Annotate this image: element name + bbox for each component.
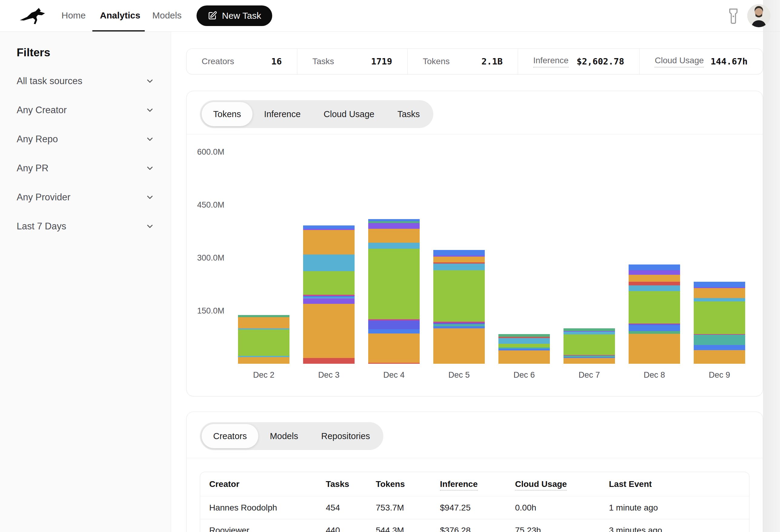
- bar-segment-orange: [368, 333, 420, 363]
- bar-segment-orange: [433, 328, 485, 364]
- bar-segment-blue: [629, 264, 680, 270]
- bar-stack: [303, 225, 354, 364]
- chevron-down-icon: [145, 106, 154, 115]
- bar-segment-orange: [303, 230, 354, 255]
- filter-provider[interactable]: Any Provider: [17, 190, 154, 205]
- bar-segment-skyblue: [564, 332, 615, 334]
- bar-segment-orange: [498, 351, 550, 364]
- bar-segment-blue: [303, 225, 354, 229]
- y-axis-tick: 450.0M: [197, 200, 225, 210]
- bar-dec-9[interactable]: Dec 9: [694, 282, 745, 364]
- y-axis-tick: 150.0M: [197, 306, 225, 316]
- filter-creator[interactable]: Any Creator: [17, 102, 154, 118]
- bar-segment-red: [629, 282, 680, 285]
- tab-models[interactable]: Models: [258, 424, 310, 448]
- bar-segment-blue: [629, 325, 680, 331]
- chart-tabs: Tokens Inference Cloud Usage Tasks: [200, 100, 433, 128]
- col-tokens: Tokens: [376, 479, 440, 489]
- breakdown-table-card: Creators Models Repositories Creator Tas…: [186, 412, 763, 532]
- bar-segment-orange: [694, 350, 745, 364]
- tab-repositories[interactable]: Repositories: [310, 424, 382, 448]
- bar-segment-green: [303, 271, 354, 295]
- bar-segment-purple: [629, 270, 680, 275]
- x-axis-label: Dec 7: [564, 370, 615, 380]
- bar-stack: [498, 334, 550, 364]
- cell-tokens: 753.7M: [376, 503, 440, 513]
- cell-last-event: 1 minute ago: [609, 503, 749, 513]
- bar-segment-orange: [238, 357, 289, 364]
- right-gutter: [763, 0, 780, 532]
- bar-segment-blue: [433, 326, 485, 328]
- cell-last-event: 3 minutes ago: [609, 526, 749, 532]
- user-avatar[interactable]: [747, 4, 770, 27]
- bar-stack: [433, 250, 485, 364]
- chevron-down-icon: [145, 222, 154, 231]
- col-last-event: Last Event: [609, 479, 749, 489]
- chart-tabs-row: Tokens Inference Cloud Usage Tasks: [187, 91, 763, 135]
- chevron-down-icon: [145, 193, 154, 202]
- bar-segment-green: [238, 329, 289, 356]
- tab-inference[interactable]: Inference: [252, 102, 312, 126]
- x-axis-label: Dec 3: [303, 370, 354, 380]
- bar-segment-teal: [694, 335, 745, 345]
- table-row[interactable]: Hannes Roodolph 454 753.7M $947.25 0.00h…: [200, 496, 749, 519]
- tab-tokens[interactable]: Tokens: [202, 102, 252, 126]
- bar-segment-blue: [694, 345, 745, 350]
- creators-table: Creator Tasks Tokens Inference Cloud Usa…: [200, 472, 749, 532]
- edit-icon: [207, 11, 217, 20]
- flashlight-icon[interactable]: [727, 8, 739, 24]
- bar-segment-orange: [433, 257, 485, 262]
- bar-dec-3[interactable]: Dec 3: [303, 225, 354, 364]
- filter-repo[interactable]: Any Repo: [17, 131, 154, 147]
- bar-segment-orange: [368, 229, 420, 243]
- cell-cloud-usage: 75.23h: [515, 526, 609, 532]
- tab-creators[interactable]: Creators: [202, 424, 258, 448]
- bar-segment-orange: [238, 317, 289, 328]
- y-axis-tick: 600.0M: [197, 147, 225, 157]
- bar-stack: [694, 282, 745, 364]
- bar-segment-green: [368, 249, 420, 319]
- stat-tasks: Tasks 1719: [297, 49, 407, 74]
- bar-dec-8[interactable]: Dec 8: [629, 264, 680, 364]
- bar-dec-7[interactable]: Dec 7: [564, 328, 615, 364]
- bar-dec-6[interactable]: Dec 6: [498, 334, 550, 364]
- chevron-down-icon: [145, 76, 154, 86]
- cell-creator: Rooviewer: [200, 526, 326, 532]
- bar-segment-seagreen: [498, 334, 550, 337]
- stat-creators: Creators 16: [187, 49, 297, 74]
- filter-date-range[interactable]: Last 7 Days: [17, 218, 154, 234]
- bar-dec-4[interactable]: Dec 4: [368, 219, 420, 364]
- nav-models[interactable]: Models: [152, 10, 182, 20]
- filters-sidebar: Filters All task sources Any Creator Any…: [0, 32, 171, 532]
- bar-dec-5[interactable]: Dec 5: [433, 250, 485, 364]
- tab-cloud-usage[interactable]: Cloud Usage: [312, 102, 386, 126]
- filter-pr[interactable]: Any PR: [17, 160, 154, 176]
- bar-stack: [238, 315, 289, 364]
- bar-dec-2[interactable]: Dec 2: [238, 315, 289, 364]
- summary-stats-bar: Creators 16 Tasks 1719 Tokens 2.1B Infer…: [186, 48, 763, 74]
- tab-tasks[interactable]: Tasks: [386, 102, 431, 126]
- bar-segment-orange: [564, 358, 615, 364]
- bar-segment-indigo: [368, 320, 420, 329]
- cell-tasks: 454: [326, 503, 376, 513]
- table-row[interactable]: Rooviewer 440 544.3M $376.28 75.23h 3 mi…: [200, 519, 749, 532]
- chevron-down-icon: [145, 135, 154, 144]
- col-inference: Inference: [440, 479, 515, 489]
- filter-task-sources[interactable]: All task sources: [17, 73, 154, 89]
- col-creator: Creator: [200, 479, 326, 489]
- bar-stack: [564, 328, 615, 364]
- col-cloud-usage: Cloud Usage: [515, 479, 609, 489]
- nav-home[interactable]: Home: [61, 10, 86, 20]
- bar-segment-skyblue: [694, 298, 745, 302]
- x-axis-label: Dec 9: [694, 370, 745, 380]
- bar-segment-seagreen: [238, 315, 289, 317]
- new-task-button[interactable]: New Task: [197, 5, 272, 26]
- col-tasks: Tasks: [326, 479, 376, 489]
- kangaroo-logo[interactable]: [19, 7, 47, 25]
- cell-tasks: 440: [326, 526, 376, 532]
- bar-segment-orange: [629, 275, 680, 282]
- cell-cloud-usage: 0.00h: [515, 503, 609, 513]
- bar-segment-blue: [694, 282, 745, 287]
- nav-analytics[interactable]: Analytics: [100, 10, 140, 20]
- bar-segment-red: [303, 358, 354, 364]
